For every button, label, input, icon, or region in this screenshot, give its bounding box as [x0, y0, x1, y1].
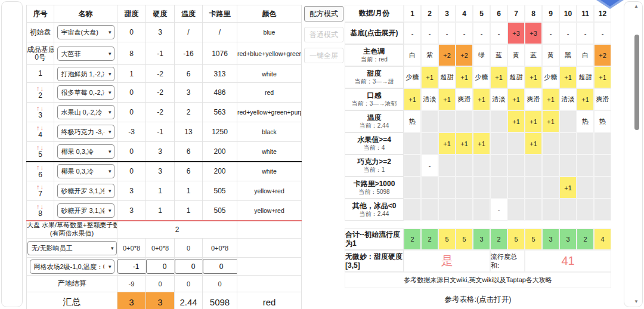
- summary-sweet-value: 3: [117, 292, 146, 309]
- matrix-cell: -: [594, 22, 611, 44]
- month-header-cell: 5: [473, 5, 490, 22]
- calorie-cell: 200: [203, 142, 237, 162]
- matrix-cell: +1: [559, 66, 577, 88]
- matrix-cell: -: [577, 22, 594, 44]
- matrix-cell: 白: [404, 44, 421, 66]
- matrix-cell: +1: [473, 132, 490, 154]
- sweet-cell: 0: [117, 142, 146, 162]
- ingredient-select[interactable]: 打泡鲜奶 1,-2,冷: [57, 67, 114, 81]
- total-row-label: 合计--初始流行度为1: [345, 228, 404, 250]
- ingredient-select[interactable]: 宇宙盘(大盘): [57, 25, 114, 39]
- matrix-cell: +1: [525, 66, 542, 88]
- move-down-icon[interactable]: ↓: [41, 144, 45, 151]
- recipe-mode-button[interactable]: 配方模式: [304, 6, 343, 21]
- farm-cell: 网格农场2级-1,0,温度：0▾: [27, 258, 117, 276]
- matrix-cell: [507, 199, 525, 221]
- ingredient-table-header: 序号 名称 甜度 硬度 温度 卡路里 颜色: [27, 5, 302, 23]
- blue-corner-icon[interactable]: [596, 0, 624, 9]
- col-header-index: 序号: [27, 5, 54, 23]
- empty-cell: [237, 258, 302, 276]
- move-down-icon[interactable]: ↓: [41, 85, 45, 92]
- farm-temp-input[interactable]: [175, 259, 203, 274]
- temp-cell: 1: [175, 201, 203, 221]
- matrix-row-label: 口感当前：3—→浓郁: [345, 88, 404, 110]
- staff-select[interactable]: 无/无影响员工: [27, 241, 117, 255]
- matrix-cell: -: [490, 22, 507, 44]
- color-cell: red+yellow+green+purple: [237, 103, 302, 122]
- matrix-row: 其他，冰品<0当前：2.44-: [345, 199, 611, 221]
- move-down-icon[interactable]: ↓: [41, 124, 45, 131]
- farm-calorie-input[interactable]: [203, 259, 237, 274]
- calorie-cell: 1250: [203, 122, 237, 142]
- calorie-cell: 505: [203, 181, 237, 201]
- total-cell: 5: [456, 228, 473, 250]
- ingredient-row: ↑↓4 终极巧克力 -3,-1,热▾ -3 -1 13 1250 black: [27, 122, 302, 142]
- ingredient-select[interactable]: 很多草莓 0,-2,冷: [57, 85, 114, 100]
- row-index-cell: ↑↓3: [27, 103, 54, 122]
- ingredient-select[interactable]: 砂糖开罗 3,1,冷: [57, 184, 114, 198]
- matrix-row-label: 巧克力>=2当前：1: [345, 154, 404, 177]
- empty-cell: [237, 239, 302, 258]
- ingredient-select[interactable]: 砂糖开罗 3,1,冷: [57, 203, 114, 218]
- matrix-cell: 爽滑: [456, 88, 473, 110]
- matrix-cell: [559, 132, 577, 154]
- farm-sweet-input[interactable]: [117, 259, 146, 274]
- matrix-cell: [559, 199, 577, 221]
- ingredient-select[interactable]: 椰果 0,3,冷: [57, 164, 114, 178]
- matrix-row-label[interactable]: 基底(点击展开): [345, 22, 404, 44]
- month-header-cell: 2: [421, 5, 438, 22]
- month-header-row: 数据/月份123456789101112: [345, 5, 611, 22]
- temp-cell: 13: [175, 122, 203, 142]
- matrix-cell: +2: [456, 44, 473, 66]
- ingredient-select[interactable]: 椰果 0,3,冷: [57, 144, 114, 159]
- sweet-cell: 0: [117, 162, 146, 181]
- matrix-cell: [421, 177, 438, 199]
- scroll-down-icon[interactable]: ▼: [634, 299, 639, 304]
- ingredient-select[interactable]: 大芭菲: [57, 47, 114, 61]
- matrix-row-label: 其他，冰品<0当前：2.44: [345, 199, 404, 221]
- calorie-cell: 200: [203, 162, 237, 181]
- row-index-cell: 1: [27, 65, 54, 83]
- row-index-cell: ↑↓8: [27, 201, 54, 221]
- normal-mode-button[interactable]: 普通模式: [304, 27, 343, 42]
- name-cell: 椰果 0,3,冷▾: [54, 162, 117, 181]
- hard-cell: -2: [146, 83, 175, 103]
- matrix-cell: 清淡: [490, 88, 507, 110]
- move-down-icon[interactable]: ↓: [41, 104, 45, 112]
- summary-calorie-value: 5098: [203, 292, 237, 309]
- farm-hard-input[interactable]: [146, 259, 175, 274]
- matrix-cell: +3: [507, 22, 525, 44]
- fullscreen-button[interactable]: 一键全屏: [304, 48, 343, 63]
- matrix-cell: 紫: [421, 44, 438, 66]
- vertical-scrollbar[interactable]: ▲ ▼: [624, 1, 643, 307]
- ingredient-select[interactable]: 水果山 0,-2,冷: [57, 105, 114, 119]
- matrix-cell: 蓝: [490, 44, 507, 66]
- move-down-icon[interactable]: ↓: [41, 203, 45, 210]
- matrix-cell: [456, 110, 473, 132]
- matrix-cell: [456, 199, 473, 221]
- row-index-cell: ↑↓5: [27, 142, 54, 162]
- staff-cell: 无/无影响员工▾: [27, 239, 117, 258]
- scrollbar-thumb[interactable]: [634, 35, 639, 130]
- matrix-cell: [525, 199, 542, 221]
- matrix-cell: [438, 110, 456, 132]
- move-down-icon[interactable]: ↓: [41, 163, 45, 171]
- matrix-cell: [577, 199, 594, 221]
- ingredient-select[interactable]: 终极巧克力 -3,-1,热: [57, 125, 114, 139]
- row-index-cell: ↑↓4: [27, 122, 54, 142]
- reference-table-link[interactable]: 参考表格:(点击打开): [345, 295, 611, 305]
- scroll-up-icon[interactable]: ▲: [634, 4, 639, 9]
- matrix-row: 巧克力>=2当前：1-: [345, 154, 611, 177]
- name-cell: 很多草莓 0,-2,冷▾: [54, 83, 117, 103]
- origin-calorie-value: 0: [203, 276, 237, 292]
- matrix-cell: 超甜: [577, 66, 594, 88]
- temp-cell: 3: [175, 83, 203, 103]
- hard-cell: -2: [146, 65, 175, 83]
- month-header-cell: 8: [525, 5, 542, 22]
- farm-select[interactable]: 网格农场2级-1,0,温度：0: [30, 259, 114, 274]
- ingredient-table: 序号 名称 甜度 硬度 温度 卡路里 颜色 初始盘 宇宙盘(大盘)▾ 0 3 /…: [26, 5, 302, 309]
- move-down-icon[interactable]: ↓: [41, 183, 45, 190]
- total-cell: 4: [594, 228, 611, 250]
- color-cell: white: [237, 65, 302, 83]
- total-cell: 3: [473, 228, 490, 250]
